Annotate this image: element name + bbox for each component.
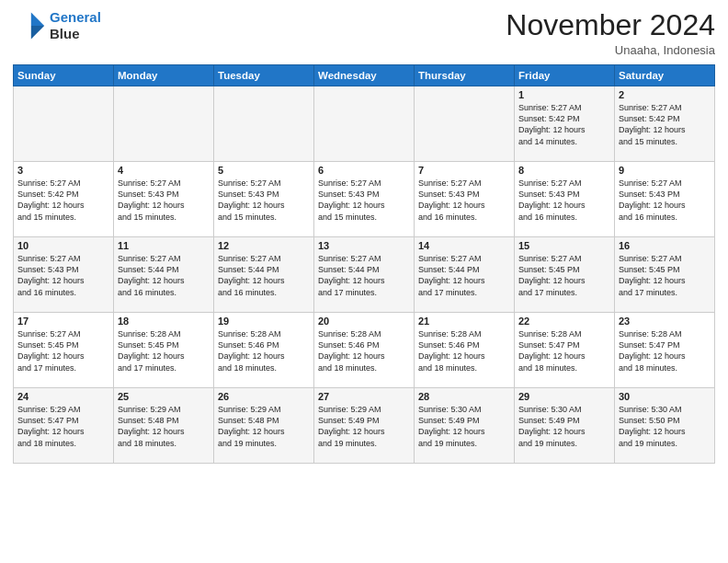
calendar-cell: 20Sunrise: 5:28 AM Sunset: 5:46 PM Dayli… bbox=[314, 313, 415, 388]
day-info: Sunrise: 5:27 AM Sunset: 5:43 PM Dayligh… bbox=[218, 178, 310, 223]
svg-marker-1 bbox=[31, 13, 44, 26]
day-info: Sunrise: 5:28 AM Sunset: 5:46 PM Dayligh… bbox=[318, 328, 410, 373]
day-info: Sunrise: 5:29 AM Sunset: 5:48 PM Dayligh… bbox=[118, 404, 210, 449]
day-number: 15 bbox=[518, 240, 610, 251]
calendar-cell: 28Sunrise: 5:30 AM Sunset: 5:49 PM Dayli… bbox=[415, 388, 515, 464]
day-number: 22 bbox=[518, 316, 610, 327]
week-row-3: 17Sunrise: 5:27 AM Sunset: 5:45 PM Dayli… bbox=[14, 313, 715, 388]
day-number: 12 bbox=[218, 240, 310, 251]
calendar-cell: 1Sunrise: 5:27 AM Sunset: 5:42 PM Daylig… bbox=[515, 86, 615, 162]
calendar-cell: 6Sunrise: 5:27 AM Sunset: 5:43 PM Daylig… bbox=[314, 162, 415, 237]
day-info: Sunrise: 5:28 AM Sunset: 5:47 PM Dayligh… bbox=[619, 328, 711, 373]
day-info: Sunrise: 5:29 AM Sunset: 5:49 PM Dayligh… bbox=[318, 404, 410, 449]
calendar-cell: 8Sunrise: 5:27 AM Sunset: 5:43 PM Daylig… bbox=[515, 162, 615, 237]
day-number: 16 bbox=[619, 240, 711, 251]
day-number: 3 bbox=[17, 165, 109, 176]
header: General Blue November 2024 Unaaha, Indon… bbox=[13, 9, 715, 57]
day-number: 5 bbox=[218, 165, 310, 176]
day-number: 27 bbox=[318, 391, 410, 402]
day-info: Sunrise: 5:29 AM Sunset: 5:48 PM Dayligh… bbox=[218, 404, 310, 449]
calendar-cell: 7Sunrise: 5:27 AM Sunset: 5:43 PM Daylig… bbox=[415, 162, 515, 237]
day-info: Sunrise: 5:28 AM Sunset: 5:47 PM Dayligh… bbox=[518, 328, 610, 373]
day-number: 21 bbox=[418, 316, 510, 327]
title-block: November 2024 Unaaha, Indonesia bbox=[506, 9, 715, 57]
header-tuesday: Tuesday bbox=[214, 65, 314, 86]
calendar-cell: 29Sunrise: 5:30 AM Sunset: 5:49 PM Dayli… bbox=[515, 388, 615, 464]
day-number: 4 bbox=[118, 165, 210, 176]
calendar-cell: 3Sunrise: 5:27 AM Sunset: 5:42 PM Daylig… bbox=[14, 162, 114, 237]
calendar-cell: 23Sunrise: 5:28 AM Sunset: 5:47 PM Dayli… bbox=[615, 313, 715, 388]
calendar-cell bbox=[314, 86, 415, 162]
calendar-cell: 4Sunrise: 5:27 AM Sunset: 5:43 PM Daylig… bbox=[114, 162, 214, 237]
day-info: Sunrise: 5:27 AM Sunset: 5:43 PM Dayligh… bbox=[118, 178, 210, 223]
calendar-cell: 16Sunrise: 5:27 AM Sunset: 5:45 PM Dayli… bbox=[615, 237, 715, 313]
day-number: 9 bbox=[619, 165, 711, 176]
calendar-cell bbox=[114, 86, 214, 162]
day-info: Sunrise: 5:27 AM Sunset: 5:43 PM Dayligh… bbox=[418, 178, 510, 223]
calendar-cell: 9Sunrise: 5:27 AM Sunset: 5:43 PM Daylig… bbox=[615, 162, 715, 237]
day-number: 23 bbox=[619, 316, 711, 327]
calendar-cell: 25Sunrise: 5:29 AM Sunset: 5:48 PM Dayli… bbox=[114, 388, 214, 464]
svg-marker-2 bbox=[31, 26, 44, 39]
calendar-cell bbox=[214, 86, 314, 162]
day-info: Sunrise: 5:27 AM Sunset: 5:45 PM Dayligh… bbox=[518, 253, 610, 298]
day-info: Sunrise: 5:30 AM Sunset: 5:49 PM Dayligh… bbox=[418, 404, 510, 449]
day-info: Sunrise: 5:28 AM Sunset: 5:45 PM Dayligh… bbox=[118, 328, 210, 373]
calendar: SundayMondayTuesdayWednesdayThursdayFrid… bbox=[13, 64, 715, 464]
header-sunday: Sunday bbox=[14, 65, 114, 86]
day-info: Sunrise: 5:27 AM Sunset: 5:44 PM Dayligh… bbox=[118, 253, 210, 298]
logo-text: General Blue bbox=[50, 9, 101, 42]
page: General Blue November 2024 Unaaha, Indon… bbox=[0, 0, 728, 563]
day-number: 14 bbox=[418, 240, 510, 251]
week-row-4: 24Sunrise: 5:29 AM Sunset: 5:47 PM Dayli… bbox=[14, 388, 715, 464]
day-number: 29 bbox=[518, 391, 610, 402]
day-number: 7 bbox=[418, 165, 510, 176]
day-info: Sunrise: 5:27 AM Sunset: 5:42 PM Dayligh… bbox=[619, 102, 711, 147]
calendar-cell: 2Sunrise: 5:27 AM Sunset: 5:42 PM Daylig… bbox=[615, 86, 715, 162]
header-wednesday: Wednesday bbox=[314, 65, 415, 86]
month-title: November 2024 bbox=[506, 9, 715, 41]
week-row-2: 10Sunrise: 5:27 AM Sunset: 5:43 PM Dayli… bbox=[14, 237, 715, 313]
day-info: Sunrise: 5:27 AM Sunset: 5:42 PM Dayligh… bbox=[17, 178, 109, 223]
day-number: 30 bbox=[619, 391, 711, 402]
calendar-cell: 15Sunrise: 5:27 AM Sunset: 5:45 PM Dayli… bbox=[515, 237, 615, 313]
header-friday: Friday bbox=[515, 65, 615, 86]
calendar-cell: 22Sunrise: 5:28 AM Sunset: 5:47 PM Dayli… bbox=[515, 313, 615, 388]
calendar-cell: 17Sunrise: 5:27 AM Sunset: 5:45 PM Dayli… bbox=[14, 313, 114, 388]
day-number: 10 bbox=[17, 240, 109, 251]
day-info: Sunrise: 5:30 AM Sunset: 5:49 PM Dayligh… bbox=[518, 404, 610, 449]
day-number: 26 bbox=[218, 391, 310, 402]
calendar-cell: 14Sunrise: 5:27 AM Sunset: 5:44 PM Dayli… bbox=[415, 237, 515, 313]
day-number: 8 bbox=[518, 165, 610, 176]
calendar-cell: 19Sunrise: 5:28 AM Sunset: 5:46 PM Dayli… bbox=[214, 313, 314, 388]
day-number: 24 bbox=[17, 391, 109, 402]
calendar-cell: 24Sunrise: 5:29 AM Sunset: 5:47 PM Dayli… bbox=[14, 388, 114, 464]
day-info: Sunrise: 5:27 AM Sunset: 5:45 PM Dayligh… bbox=[17, 328, 109, 373]
day-number: 11 bbox=[118, 240, 210, 251]
day-number: 20 bbox=[318, 316, 410, 327]
day-info: Sunrise: 5:27 AM Sunset: 5:45 PM Dayligh… bbox=[619, 253, 711, 298]
location: Unaaha, Indonesia bbox=[506, 43, 715, 57]
header-saturday: Saturday bbox=[615, 65, 715, 86]
day-number: 19 bbox=[218, 316, 310, 327]
calendar-cell: 27Sunrise: 5:29 AM Sunset: 5:49 PM Dayli… bbox=[314, 388, 415, 464]
day-info: Sunrise: 5:27 AM Sunset: 5:44 PM Dayligh… bbox=[318, 253, 410, 298]
day-number: 28 bbox=[418, 391, 510, 402]
calendar-cell: 11Sunrise: 5:27 AM Sunset: 5:44 PM Dayli… bbox=[114, 237, 214, 313]
day-info: Sunrise: 5:29 AM Sunset: 5:47 PM Dayligh… bbox=[17, 404, 109, 449]
day-number: 6 bbox=[318, 165, 410, 176]
day-number: 17 bbox=[17, 316, 109, 327]
day-info: Sunrise: 5:27 AM Sunset: 5:44 PM Dayligh… bbox=[418, 253, 510, 298]
header-thursday: Thursday bbox=[415, 65, 515, 86]
calendar-cell: 13Sunrise: 5:27 AM Sunset: 5:44 PM Dayli… bbox=[314, 237, 415, 313]
day-info: Sunrise: 5:30 AM Sunset: 5:50 PM Dayligh… bbox=[619, 404, 711, 449]
day-info: Sunrise: 5:27 AM Sunset: 5:43 PM Dayligh… bbox=[17, 253, 109, 298]
calendar-header-row: SundayMondayTuesdayWednesdayThursdayFrid… bbox=[14, 65, 715, 86]
week-row-1: 3Sunrise: 5:27 AM Sunset: 5:42 PM Daylig… bbox=[14, 162, 715, 237]
calendar-cell: 21Sunrise: 5:28 AM Sunset: 5:46 PM Dayli… bbox=[415, 313, 515, 388]
calendar-cell: 30Sunrise: 5:30 AM Sunset: 5:50 PM Dayli… bbox=[615, 388, 715, 464]
day-info: Sunrise: 5:27 AM Sunset: 5:44 PM Dayligh… bbox=[218, 253, 310, 298]
calendar-cell: 10Sunrise: 5:27 AM Sunset: 5:43 PM Dayli… bbox=[14, 237, 114, 313]
calendar-cell bbox=[14, 86, 114, 162]
day-number: 18 bbox=[118, 316, 210, 327]
